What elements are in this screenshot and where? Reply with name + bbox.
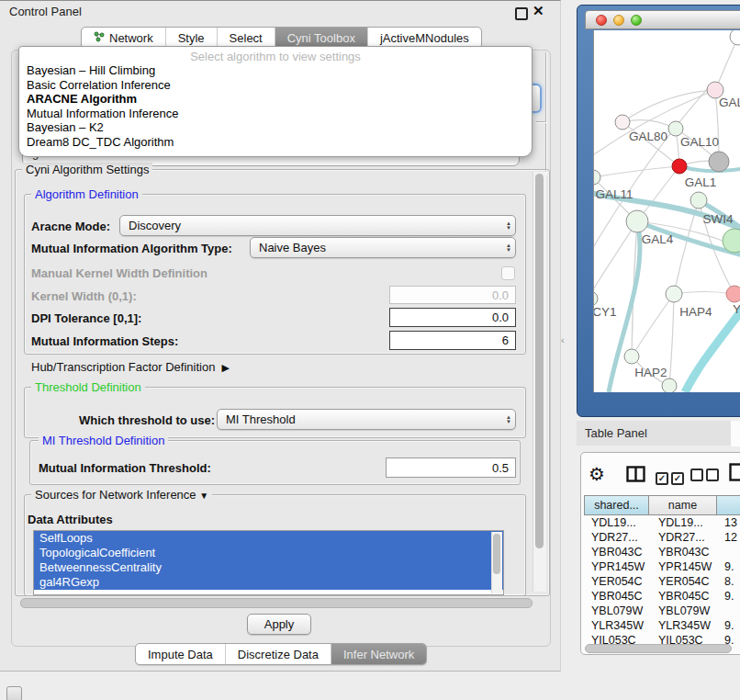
network-window-titlebar[interactable] [585, 10, 740, 29]
tab-label: Infer Network [343, 648, 414, 661]
mi-threshold-input[interactable]: 0.5 [386, 457, 516, 478]
algorithm-option[interactable]: ARACNE Algorithm [19, 92, 532, 107]
network-node[interactable] [615, 115, 630, 130]
table-cell: YPR145W [584, 559, 649, 574]
table-row[interactable]: YPR145WYPR145W9. [584, 559, 740, 574]
column-header-shared-name[interactable]: shared... [584, 495, 649, 515]
network-node[interactable] [726, 286, 740, 302]
column-header-cut[interactable] [717, 495, 740, 515]
close-traffic-light-icon[interactable] [596, 15, 607, 26]
table-settings-gear-icon[interactable]: ⚙ [589, 463, 605, 485]
network-node[interactable] [690, 192, 707, 209]
select-all-columns-icon[interactable]: ✓✓ [656, 469, 687, 485]
network-canvas[interactable]: GALGAL80GAL10GAL1GAL11SWI4GAL4GCY1HAP4YH… [593, 30, 740, 392]
dpi-tolerance-input[interactable]: 0.0 [389, 308, 516, 327]
column-header-name[interactable]: name [649, 495, 717, 515]
table-cell: YER054C [649, 574, 717, 589]
network-edge [593, 221, 637, 297]
network-node-label: GAL4 [642, 232, 674, 246]
aracne-mode-combobox[interactable]: Discovery ▲▼ [119, 215, 516, 236]
settings-vscrollbar-thumb[interactable] [535, 174, 544, 548]
apply-button[interactable]: Apply [247, 614, 311, 635]
network-node[interactable] [624, 349, 639, 364]
manual-kernel-checkbox[interactable] [501, 266, 515, 280]
network-node[interactable] [593, 170, 600, 185]
network-node[interactable] [672, 159, 687, 174]
split-columns-icon[interactable] [626, 466, 645, 482]
cyni-settings-group-title: Cyni Algorithm Settings [22, 163, 152, 176]
mi-threshold-value: 0.5 [492, 461, 509, 475]
settings-vscrollbar[interactable] [533, 172, 546, 592]
table-row[interactable]: YBL079WYBL079W [584, 604, 740, 618]
hub-factor-expander[interactable]: Hub/Transcription Factor Definition▶ [31, 360, 230, 374]
network-node-label: GAL1 [685, 175, 717, 189]
algorithm-option[interactable]: Bayesian – Hill Climbing [19, 63, 532, 78]
table-row[interactable]: YBR045CYBR045C9. [584, 589, 740, 604]
kernel-width-input[interactable]: 0.0 [389, 286, 516, 304]
network-node-label: GAL80 [629, 130, 667, 143]
tab-style[interactable]: Style [166, 28, 218, 48]
panel-grip-button[interactable] [6, 686, 22, 700]
network-node-label: Y [733, 302, 740, 316]
mi-type-label: Mutual Information Algorithm Type: [31, 242, 232, 255]
panel-divider-handle[interactable]: ‹ [561, 334, 565, 345]
algorithm-option[interactable]: Bayesian – K2 [19, 120, 532, 135]
tab-cyni-toolbox[interactable]: Cyni Toolbox [275, 28, 368, 48]
minimize-traffic-light-icon[interactable] [613, 15, 624, 26]
algorithm-definition-title: Algorithm Definition [31, 187, 142, 201]
table-row[interactable]: YDR27...YDR27...12 [584, 530, 740, 545]
algorithm-option[interactable]: Dream8 DC_TDC Algorithm [19, 135, 532, 150]
data-attributes-list[interactable]: SelfLoopsTopologicalCoefficientBetweenne… [33, 530, 504, 595]
tab-discretize-data[interactable]: Discretize Data [226, 644, 331, 664]
network-icon [94, 31, 105, 45]
table-row[interactable]: YER054CYER054C8. [584, 574, 740, 589]
table-row[interactable]: YLR345WYLR345W9. [584, 618, 740, 633]
network-node[interactable] [666, 286, 682, 302]
tab-label: Discretize Data [238, 648, 319, 661]
algorithm-option[interactable]: Mutual Information Inference [19, 107, 532, 121]
attribute-item-selected[interactable]: SelfLoops [34, 531, 503, 546]
attributes-vscrollbar-thumb[interactable] [493, 534, 500, 574]
deselect-all-columns-icon[interactable] [690, 469, 722, 485]
tab-select[interactable]: Select [218, 28, 275, 48]
hidden-panel-edge [536, 121, 546, 122]
algorithm-option[interactable]: Basic Correlation Inference [19, 78, 532, 93]
table-row[interactable]: YBR043CYBR043C [584, 545, 740, 559]
which-threshold-value: MI Threshold [226, 412, 296, 426]
tab-network[interactable]: Network [82, 28, 166, 48]
close-icon[interactable]: ✕ [533, 3, 544, 19]
export-table-icon[interactable] [729, 463, 740, 481]
network-node[interactable] [730, 30, 740, 45]
table-panel-titlebar: Table Panel [577, 421, 731, 446]
network-node[interactable] [626, 210, 648, 232]
network-node[interactable] [668, 121, 683, 136]
zoom-traffic-light-icon[interactable] [631, 15, 642, 26]
float-window-icon[interactable] [515, 7, 528, 20]
attributes-vscrollbar[interactable] [491, 532, 502, 593]
sources-title-text: Sources for Network Inference [35, 488, 196, 502]
network-node[interactable] [593, 291, 598, 306]
table-cell: 9. [717, 589, 740, 604]
attribute-item-selected[interactable]: TopologicalCoefficient [34, 546, 503, 560]
tab-label: Impute Data [148, 648, 213, 661]
table-hscrollbar-thumb[interactable] [585, 644, 732, 653]
table-body[interactable]: YDL19...YDL19...13YDR27...YDR27...12YBR0… [584, 515, 740, 644]
table-row[interactable]: YDL19...YDL19...13 [584, 515, 740, 530]
table-cell: YPR145W [649, 559, 717, 574]
adjacent-panel-fragment [731, 421, 740, 446]
which-threshold-combobox[interactable]: MI Threshold ▲▼ [217, 409, 516, 430]
tab-impute-data[interactable]: Impute Data [136, 644, 226, 664]
mi-steps-input[interactable]: 6 [389, 331, 516, 350]
attribute-item-selected[interactable]: gal4RGexp [34, 575, 503, 590]
network-node[interactable] [662, 378, 677, 392]
network-node[interactable] [709, 152, 729, 172]
tab-label: Network [109, 31, 153, 45]
mi-type-combobox[interactable]: Naive Bayes ▲▼ [250, 237, 516, 258]
table-row[interactable]: YIL053CYIL053C9. [584, 633, 740, 644]
attribute-item-selected[interactable]: BetweennessCentrality [34, 560, 503, 575]
tab-infer-network[interactable]: Infer Network [331, 644, 426, 664]
sources-group-title[interactable]: Sources for Network Inference ▼ [31, 488, 212, 502]
tab-jactivemnodules[interactable]: jActiveMNodules [368, 28, 481, 48]
settings-hscrollbar-thumb[interactable] [20, 598, 533, 608]
dpi-tolerance-value: 0.0 [492, 310, 509, 324]
